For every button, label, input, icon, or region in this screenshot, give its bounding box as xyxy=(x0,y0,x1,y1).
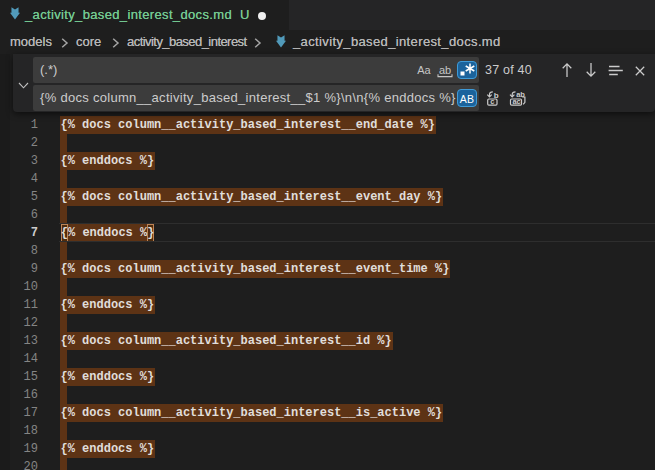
svg-text:ab: ab xyxy=(439,64,451,76)
svg-text:b: b xyxy=(494,91,499,100)
svg-text:ac: ac xyxy=(512,97,520,106)
svg-text:c: c xyxy=(490,97,494,106)
